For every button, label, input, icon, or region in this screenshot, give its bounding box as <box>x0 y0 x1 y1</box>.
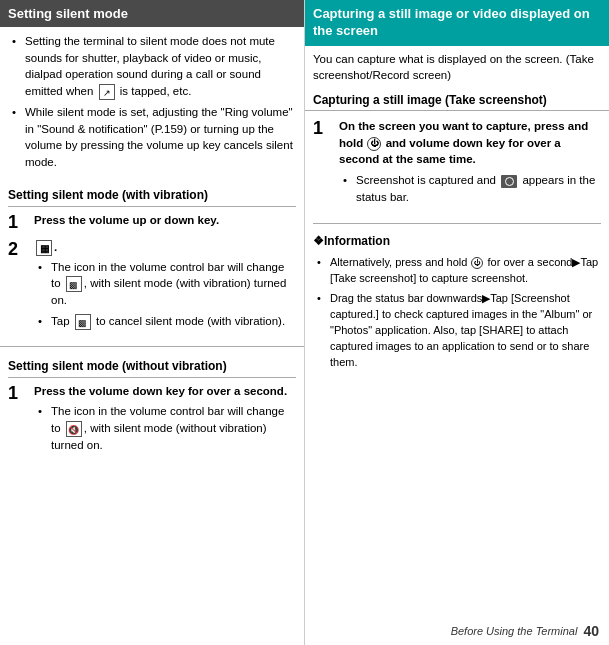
step2-bullet2: • Tap ▩ to cancel silent mode (with vibr… <box>34 313 296 330</box>
vibrate-icon-step2: ▦ <box>36 240 52 256</box>
step2-b1-dot: • <box>38 259 48 309</box>
step2-b1-text: The icon in the volume control bar will … <box>51 259 296 309</box>
right-step1-content: On the screen you want to capture, press… <box>339 118 601 209</box>
step2-content: ▦. • The icon in the volume control bar … <box>34 239 296 334</box>
vibrate-on-icon: ▩ <box>66 276 82 292</box>
screenshot-camera-icon <box>501 175 517 188</box>
step2-number: 2 <box>8 239 28 261</box>
left-intro-body: • Setting the terminal to silent mode do… <box>0 27 304 181</box>
step2-text: ▦. <box>34 241 57 253</box>
info-b2-text: Drag the status bar downwards▶Tap [Scree… <box>330 291 601 371</box>
step1-text: Press the volume up or down key. <box>34 214 219 226</box>
tap-icon: ↗ <box>99 84 115 100</box>
page-footer: Before Using the Terminal 40 <box>451 623 599 639</box>
subsection2-area: Setting silent mode (without vibration) … <box>0 352 304 468</box>
subsection1-header: Setting silent mode (with vibration) <box>8 187 296 207</box>
step2-b2-dot: • <box>38 313 48 330</box>
power-icon-info: ⏻ <box>471 257 483 269</box>
bullet-dot-2: • <box>12 104 22 171</box>
footer-page-number: 40 <box>583 623 599 639</box>
right-subsection-header-text: Capturing a still image (Take screenshot… <box>313 93 547 107</box>
sub2-step1-bullet1: • The icon in the volume control bar wil… <box>34 403 296 453</box>
step1-number: 1 <box>8 212 28 234</box>
left-intro-text-1: Setting the terminal to silent mode does… <box>25 33 296 100</box>
right-column: Capturing a still image or video display… <box>305 0 609 645</box>
left-intro-bullet-2: • While silent mode is set, adjusting th… <box>8 104 296 171</box>
right-header-text: Capturing a still image or video display… <box>313 6 590 38</box>
left-intro-text-2: While silent mode is set, adjusting the … <box>25 104 296 171</box>
subsection1-step1: 1 Press the volume up or down key. <box>8 212 296 234</box>
power-button-icon: ⏻ <box>367 137 381 151</box>
left-column: Setting silent mode • Setting the termin… <box>0 0 305 645</box>
sub2-b1-dot: • <box>38 403 48 453</box>
subsection2-step1: 1 Press the volume down key for over a s… <box>8 383 296 457</box>
sub2-step1-text: Press the volume down key for over a sec… <box>34 385 287 397</box>
sub2-b1-text: The icon in the volume control bar will … <box>51 403 296 453</box>
right-step1-number: 1 <box>313 118 333 140</box>
right-info-section: ❖Information • Alternatively, press and … <box>305 227 609 380</box>
right-divider <box>313 223 601 224</box>
right-step1-bullet1: • Screenshot is captured and appears in … <box>339 172 601 205</box>
right-intro-text: You can capture what is displayed on the… <box>313 53 594 82</box>
info-header: ❖Information <box>313 233 601 250</box>
right-step1: 1 On the screen you want to capture, pre… <box>313 118 601 209</box>
silent-icon: 🔇 <box>66 421 82 437</box>
subsection1-area: Setting silent mode (with vibration) 1 P… <box>0 181 304 341</box>
right-section-header: Capturing a still image or video display… <box>305 0 609 46</box>
right-intro: You can capture what is displayed on the… <box>305 46 609 88</box>
info-b2-dot: • <box>317 291 327 371</box>
right-b1-dot: • <box>343 172 353 205</box>
right-steps-body: 1 On the screen you want to capture, pre… <box>305 113 609 220</box>
right-b1-text: Screenshot is captured and appears in th… <box>356 172 601 205</box>
vibrate-cancel-icon: ▩ <box>75 314 91 330</box>
info-b1-dot: • <box>317 255 327 287</box>
left-header-text: Setting silent mode <box>8 6 128 21</box>
divider1 <box>0 346 304 347</box>
info-bullet-1: • Alternatively, press and hold ⏻ for ov… <box>313 255 601 287</box>
sub2-step1-content: Press the volume down key for over a sec… <box>34 383 296 457</box>
bullet-dot-1: • <box>12 33 22 100</box>
step1-content: Press the volume up or down key. <box>34 212 296 229</box>
subsection2-header: Setting silent mode (without vibration) <box>8 358 296 378</box>
left-intro-bullet-1: • Setting the terminal to silent mode do… <box>8 33 296 100</box>
subsection1-step2: 2 ▦. • The icon in the volume control ba… <box>8 239 296 334</box>
right-step1-text: On the screen you want to capture, press… <box>339 120 588 165</box>
footer-label: Before Using the Terminal <box>451 625 578 637</box>
right-subsection-header: Capturing a still image (Take screenshot… <box>305 90 609 111</box>
step2-b2-text: Tap ▩ to cancel silent mode (with vibrat… <box>51 313 285 330</box>
info-bullet-2: • Drag the status bar downwards▶Tap [Scr… <box>313 291 601 371</box>
left-section-header: Setting silent mode <box>0 0 304 27</box>
info-b1-text: Alternatively, press and hold ⏻ for over… <box>330 255 601 287</box>
sub2-step1-number: 1 <box>8 383 28 405</box>
step2-bullet1: • The icon in the volume control bar wil… <box>34 259 296 309</box>
